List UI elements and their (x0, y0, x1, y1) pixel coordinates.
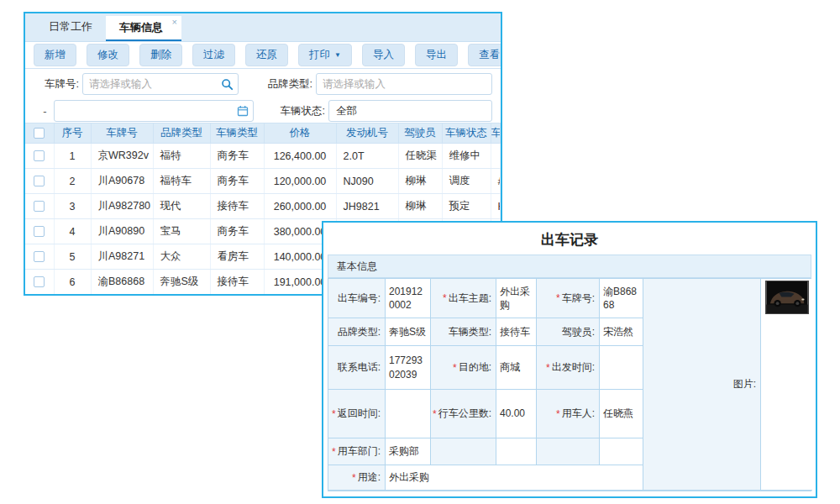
row-checkbox[interactable] (34, 276, 45, 287)
vehicle-photo (765, 281, 809, 314)
status-select[interactable]: 全部 (328, 100, 492, 122)
col-header-price: 价格 (264, 123, 336, 144)
cell-engine: NJ090 (336, 169, 398, 194)
restore-button[interactable]: 还原 (245, 44, 288, 66)
field-value-phone: 17729302039 (386, 346, 431, 390)
cell-no: 6 (54, 270, 91, 295)
tab-label: 日常工作 (49, 19, 92, 34)
cell-brand: 大众 (153, 244, 210, 270)
table-row: 3 川A982780 现代 接待车 260,000.00 JH9821 柳琳 预… (25, 194, 501, 219)
cell-frame (491, 144, 501, 169)
row-checkbox[interactable] (34, 201, 45, 212)
col-header-driver: 驾驶员 (398, 123, 442, 144)
required-asterisk: * (453, 362, 457, 374)
cell-frame: #789 (491, 169, 501, 194)
field-label: 返回时间: (338, 407, 381, 421)
brand-search-input[interactable] (317, 74, 491, 94)
field-value-department: 采购部 (386, 438, 431, 465)
field-value-mileage: 40.00 (496, 390, 537, 438)
select-all-checkbox[interactable] (34, 128, 45, 139)
row-checkbox[interactable] (34, 176, 45, 186)
calendar-icon[interactable] (237, 105, 249, 120)
cell-status: 维修中 (442, 144, 491, 169)
status-select-value: 全部 (336, 104, 357, 118)
required-asterisk: * (332, 408, 336, 420)
filter-button[interactable]: 过滤 (192, 44, 235, 66)
brand-search-field (316, 73, 492, 95)
cell-driver-link[interactable]: 柳琳 (398, 169, 442, 194)
filter-area: 车牌号: 品牌类型: - (25, 69, 501, 123)
empty-label-cell (537, 438, 600, 465)
row-checkbox[interactable] (34, 150, 45, 161)
edit-button[interactable]: 修改 (87, 44, 129, 66)
cell-plate-link[interactable]: 川A90890 (91, 219, 153, 244)
date-input[interactable] (55, 101, 253, 121)
button-label: 新增 (45, 48, 66, 62)
col-header-no: 序号 (54, 123, 91, 144)
search-icon[interactable] (221, 78, 234, 94)
image-label: 图片: (643, 279, 761, 491)
cell-type: 商务车 (210, 219, 264, 244)
cell-type: 看房车 (210, 244, 264, 270)
dispatch-record-dialog: 出车记录 基本信息 图片: 出车编号: 2019120002 (322, 221, 817, 498)
field-value-dispatch-no: 2019120002 (386, 279, 431, 318)
section-header-basic-info: 基本信息 (328, 255, 811, 278)
field-label-depart-time: *出发时间: (537, 346, 600, 390)
row-checkbox[interactable] (34, 226, 45, 237)
field-label: 目的地: (459, 360, 491, 375)
required-asterisk: * (352, 472, 356, 484)
cell-status: 预定 (442, 194, 491, 219)
empty-value-cell (600, 438, 643, 465)
row-checkbox[interactable] (34, 251, 45, 262)
field-label: 出车主题: (449, 291, 491, 306)
cell-plate-link[interactable]: 川A98271 (91, 244, 153, 270)
col-header-engine: 发动机号 (336, 123, 398, 144)
cell-driver-link[interactable]: 任晓渠 (398, 144, 442, 169)
field-value-plate: 渝B86868 (600, 279, 643, 318)
col-header-type: 车辆类型 (210, 123, 264, 144)
cell-plate-link[interactable]: 川A90678 (91, 169, 153, 194)
table-row: 2 川A90678 福特车 商务车 120,000.00 NJ090 柳琳 调度… (25, 169, 501, 194)
empty-value-cell (496, 438, 537, 465)
view-log-button[interactable]: 查看日志 (468, 44, 502, 66)
field-label-vehicle-user: *用车人: (537, 390, 600, 438)
field-label-dispatch-no: 出车编号: (328, 279, 386, 318)
required-asterisk: * (556, 292, 560, 304)
field-value-subject: 外出采购 (496, 279, 537, 318)
import-button[interactable]: 导入 (362, 44, 405, 66)
col-header-brand: 品牌类型 (153, 123, 210, 144)
tab-vehicle-info[interactable]: 车辆信息 × (106, 16, 181, 41)
close-icon[interactable]: × (172, 17, 177, 27)
add-button[interactable]: 新增 (34, 44, 76, 66)
button-label: 查看日志 (479, 48, 502, 62)
cell-price: 126,400.00 (264, 144, 336, 169)
cell-no: 2 (54, 169, 91, 194)
cell-plate-link[interactable]: 渝B86868 (91, 270, 153, 295)
field-value-vehicle-user: 任晓燕 (600, 390, 643, 438)
cell-no: 4 (54, 219, 91, 244)
delete-button[interactable]: 删除 (139, 44, 182, 66)
field-label: 用车部门: (338, 444, 381, 459)
tab-daily-work[interactable]: 日常工作 (35, 13, 106, 41)
cell-driver-link[interactable]: 柳琳 (398, 194, 442, 219)
button-label: 修改 (97, 48, 118, 62)
cell-plate-link[interactable]: 京WR392v (91, 144, 153, 169)
cell-status: 调度 (442, 169, 491, 194)
cell-type: 接待车 (210, 194, 264, 219)
cell-type: 接待车 (210, 270, 264, 295)
cell-plate-link[interactable]: 川A982780 (91, 194, 153, 219)
print-button[interactable]: 打印 ▼ (298, 44, 352, 66)
brand-filter-label: 品牌类型: (259, 77, 312, 92)
col-header-status: 车辆状态 (442, 123, 491, 144)
field-value-driver: 宋浩然 (600, 318, 643, 346)
plate-search-input[interactable] (83, 74, 238, 94)
field-label-plate: *车牌号: (537, 279, 600, 318)
button-label: 打印 (309, 48, 330, 62)
field-label-vehicle-type: 车辆类型: (431, 318, 496, 346)
export-button[interactable]: 导出 (415, 44, 458, 66)
field-value-purpose: 外出采购 (386, 465, 643, 491)
plate-search-field (82, 73, 239, 95)
field-label: 品牌类型: (338, 325, 381, 339)
field-value-vehicle-type: 接待车 (496, 318, 537, 346)
field-value-destination: 商城 (496, 346, 537, 390)
